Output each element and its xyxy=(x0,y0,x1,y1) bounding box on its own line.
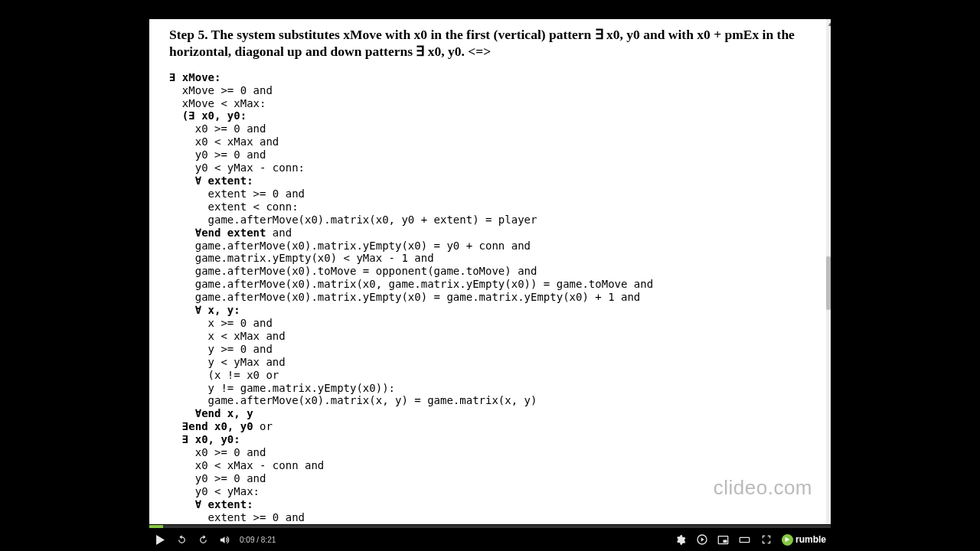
brand-logo[interactable]: rumble xyxy=(782,534,826,546)
time-total: 8:21 xyxy=(261,536,276,544)
time-display: 0:09 / 8:21 xyxy=(240,536,276,544)
play-button[interactable] xyxy=(149,529,171,550)
step-heading: Step 5. The system substitutes xMove wit… xyxy=(169,27,811,60)
video-content-region: Step 5. The system substitutes xMove wit… xyxy=(149,19,831,524)
autoplay-icon xyxy=(696,533,708,546)
settings-button[interactable] xyxy=(670,529,691,550)
svg-rect-4 xyxy=(724,540,727,543)
time-current: 0:09 xyxy=(240,536,254,544)
forward-button[interactable] xyxy=(192,529,214,550)
gear-icon xyxy=(675,534,686,546)
svg-marker-0 xyxy=(156,535,165,545)
svg-marker-6 xyxy=(786,537,790,542)
svg-rect-5 xyxy=(740,537,750,542)
volume-icon xyxy=(219,534,230,546)
brand-play-icon xyxy=(782,534,793,546)
pip-button[interactable] xyxy=(713,529,734,550)
theater-icon xyxy=(739,534,750,546)
player-controls-bar: 0:09 / 8:21 rumble xyxy=(149,528,831,551)
document-scrollbar-track[interactable]: ▴ xyxy=(826,19,831,524)
fullscreen-button[interactable] xyxy=(756,529,777,550)
theater-button[interactable] xyxy=(734,529,756,550)
svg-marker-2 xyxy=(701,537,704,541)
document-viewport: Step 5. The system substitutes xMove wit… xyxy=(149,19,826,524)
scroll-up-arrow-icon[interactable]: ▴ xyxy=(828,20,831,28)
forward-icon xyxy=(198,534,209,546)
play-icon xyxy=(155,535,165,545)
document-scrollbar-thumb[interactable] xyxy=(826,256,831,310)
brand-name: rumble xyxy=(795,534,826,545)
pip-icon xyxy=(717,534,729,546)
code-block: ∃ xMove: xMove >= 0 and xMove < xMax: (∃… xyxy=(169,71,811,524)
fullscreen-icon xyxy=(761,534,772,545)
autoplay-toggle[interactable] xyxy=(691,529,713,550)
watermark-text: clideo.com xyxy=(714,476,812,500)
volume-button[interactable] xyxy=(214,529,235,550)
rewind-button[interactable] xyxy=(171,529,192,550)
rewind-icon xyxy=(176,534,188,546)
